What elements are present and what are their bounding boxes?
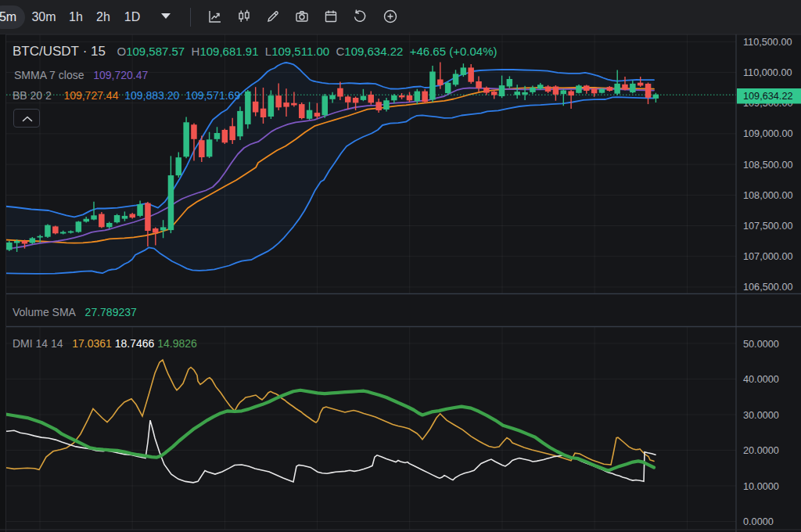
svg-text:109,000.00: 109,000.00 xyxy=(743,128,793,139)
svg-text:110,500.00: 110,500.00 xyxy=(743,37,792,48)
svg-text:107,000.00: 107,000.00 xyxy=(743,251,793,262)
svg-text:108,000.00: 108,000.00 xyxy=(743,190,793,201)
svg-text:106,500.00: 106,500.00 xyxy=(743,282,793,293)
svg-text:20.0000: 20.0000 xyxy=(743,445,779,456)
svg-text:10.0000: 10.0000 xyxy=(743,481,779,492)
svg-text:50.0000: 50.0000 xyxy=(743,339,779,350)
svg-text:110,000.00: 110,000.00 xyxy=(743,67,792,78)
svg-text:0.0000: 0.0000 xyxy=(743,516,774,527)
svg-text:108,500.00: 108,500.00 xyxy=(743,160,793,171)
svg-text:40.0000: 40.0000 xyxy=(743,374,779,385)
svg-text:30.0000: 30.0000 xyxy=(743,410,779,421)
svg-text:107,500.00: 107,500.00 xyxy=(743,221,793,232)
svg-text:109,634.22: 109,634.22 xyxy=(743,91,793,102)
